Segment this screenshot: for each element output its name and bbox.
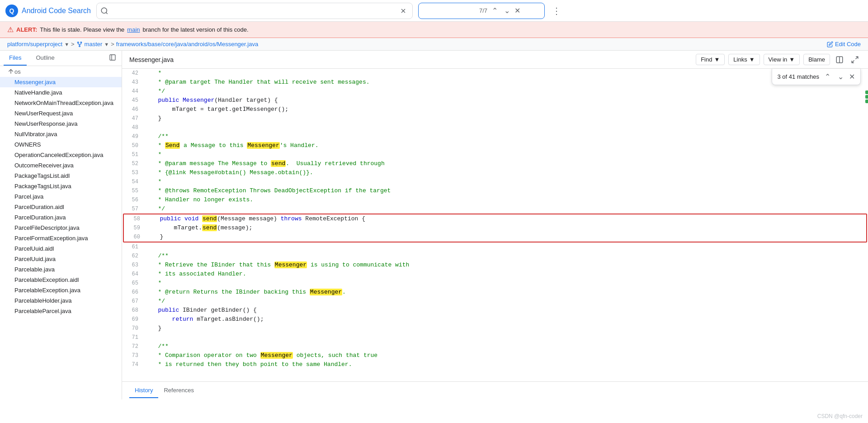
line-code-57: */	[144, 204, 868, 214]
sidebar-item-nullvibrator[interactable]: NullVibrator.java	[0, 129, 122, 139]
code-content[interactable]: 42 * 43 * @param target The Handler that…	[122, 69, 868, 381]
line-code-68: public IBinder getBinder() {	[144, 306, 868, 315]
code-line-68: 68 public IBinder getBinder() {	[122, 306, 868, 315]
fullscreen-button[interactable]	[849, 54, 861, 66]
sidebar-item-parcelableexception-java[interactable]: ParcelableException.java	[0, 285, 122, 295]
sidebar-item-packagetagslist-java[interactable]: PackageTagsList.java	[0, 181, 122, 191]
sidebar-item-operationcanceledexception[interactable]: OperationCanceledException.java	[0, 150, 122, 160]
blame-button[interactable]: Blame	[803, 54, 830, 65]
code-line-55: 55 * @throws RemoteException Throws Dead…	[122, 186, 868, 195]
line-number-47: 47	[122, 114, 144, 123]
breadcrumb-file[interactable]: frameworks/base/core/java/android/os/Mes…	[116, 41, 258, 48]
find-overlay-prev-button[interactable]: ⌃	[823, 71, 832, 82]
alert-text-bold: ALERT:	[16, 26, 37, 33]
sidebar-file-list: os Messenger.java NativeHandle.java Netw…	[0, 66, 122, 399]
sidebar-item-packagetagslist-aidl[interactable]: PackageTagsList.aidl	[0, 171, 122, 181]
sidebar-item-outcomereceiver[interactable]: OutcomeReceiver.java	[0, 160, 122, 171]
line-code-54: *	[144, 177, 868, 186]
svg-rect-4	[110, 55, 115, 60]
links-button[interactable]: Links ▼	[728, 54, 760, 65]
search-clear-button[interactable]	[398, 5, 409, 16]
code-line-49: 49 /**	[122, 132, 868, 141]
breadcrumb-file-label: frameworks/base/core/java/android/os/Mes…	[116, 41, 258, 48]
tab-files[interactable]: Files	[4, 51, 27, 66]
edit-code-button[interactable]: Edit Code	[827, 41, 861, 48]
split-view-button[interactable]	[834, 54, 845, 66]
line-code-58: public void send(Message message) throws…	[146, 214, 866, 223]
svg-line-10	[852, 60, 854, 62]
line-code-69: return mTarget.asBinder();	[144, 315, 868, 324]
line-number-54: 54	[122, 177, 144, 186]
tab-outline[interactable]: Outline	[30, 51, 60, 66]
sidebar-item-parcelduration-aidl[interactable]: ParcelDuration.aidl	[0, 202, 122, 212]
breadcrumb-platform[interactable]: platform/superproject ▼	[7, 41, 69, 48]
sidebar-toggle-button[interactable]	[107, 52, 118, 64]
sidebar-parent-os[interactable]: os	[0, 66, 122, 77]
alert-link[interactable]: main	[127, 26, 140, 33]
line-number-58: 58	[124, 214, 146, 223]
sidebar-item-parcelableholder[interactable]: ParcelableHolder.java	[0, 295, 122, 306]
line-number-44: 44	[122, 87, 144, 96]
code-line-73: 73 * Comparison operator on two Messenge…	[122, 351, 868, 360]
sidebar-item-newuserrequest[interactable]: NewUserRequest.java	[0, 108, 122, 119]
code-line-60: 60 }	[124, 233, 866, 242]
edit-code-label: Edit Code	[835, 41, 861, 48]
sidebar-item-parcel[interactable]: Parcel.java	[0, 191, 122, 202]
search-input[interactable]: Messenger	[111, 7, 395, 14]
code-line-71: 71	[122, 333, 868, 342]
find-button[interactable]: Find ▼	[696, 54, 725, 65]
code-line-65: 65 *	[122, 279, 868, 288]
find-overlay-next-button[interactable]: ⌄	[836, 71, 845, 82]
find-close-button[interactable]: ✕	[514, 6, 520, 15]
tab-references[interactable]: References	[158, 383, 199, 398]
sidebar-item-parceluuid-aidl[interactable]: ParcelUuid.aidl	[0, 243, 122, 254]
sidebar-item-parcelableparcel[interactable]: ParcelableParcel.java	[0, 306, 122, 316]
breadcrumb-sep-1: >	[71, 41, 75, 48]
line-number-46: 46	[122, 105, 144, 114]
code-line-62: 62 /**	[122, 252, 868, 261]
sidebar-item-parcelfiledescriptor[interactable]: ParcelFileDescriptor.java	[0, 223, 122, 233]
find-overlay-close-button[interactable]: ✕	[849, 72, 855, 81]
view-in-button[interactable]: View in ▼	[764, 54, 800, 65]
breadcrumb-master-label: master	[85, 41, 103, 48]
code-line-61: 61	[122, 242, 868, 252]
sidebar-item-messenger-java[interactable]: Messenger.java	[0, 77, 122, 87]
search-container: Messenger	[96, 3, 413, 19]
line-code-52: * @param message The Message to send. Us…	[144, 159, 868, 168]
line-code-46: mTarget = target.getIMessenger();	[144, 105, 868, 114]
sidebar-item-networkonmainthreadexception[interactable]: NetworkOnMainThreadException.java	[0, 98, 122, 108]
more-options-button[interactable]: ⋮	[550, 4, 563, 18]
line-code-43: * @param target The Handler that will re…	[144, 78, 868, 87]
tab-history[interactable]: History	[129, 383, 158, 398]
code-line-47: 47 }	[122, 114, 868, 123]
find-bar: send 7/7 ⌃ ⌄ ✕	[418, 3, 545, 19]
find-button-label: Find	[701, 56, 712, 63]
sidebar-item-parcelable[interactable]: Parcelable.java	[0, 264, 122, 275]
breadcrumb-master[interactable]: master ▼	[76, 41, 109, 48]
sidebar-item-parceluuid-java[interactable]: ParcelUuid.java	[0, 254, 122, 264]
sidebar-item-parcelableexception-aidl[interactable]: ParcelableException.aidl	[0, 275, 122, 285]
line-number-62: 62	[122, 252, 144, 261]
status-dot-3	[865, 100, 868, 103]
status-dot-1	[865, 90, 868, 94]
find-input[interactable]: send	[422, 7, 476, 14]
bottom-tabs: History References	[122, 381, 868, 399]
line-number-72: 72	[122, 342, 144, 351]
code-panel: Messenger.java Find ▼ Links ▼ View in ▼ …	[122, 51, 868, 399]
sidebar-item-parcelduration-java[interactable]: ParcelDuration.java	[0, 212, 122, 223]
line-code-55: * @throws RemoteException Throws DeadObj…	[144, 186, 868, 195]
blame-button-label: Blame	[808, 56, 825, 63]
sidebar-item-nativehandle[interactable]: NativeHandle.java	[0, 87, 122, 98]
find-next-button[interactable]: ⌄	[502, 5, 512, 16]
highlight-messenger-63: Messenger	[274, 261, 307, 268]
line-code-50: * Send a Message to this Messenger's Han…	[144, 141, 868, 150]
sidebar-item-parcelformatexception[interactable]: ParcelFormatException.java	[0, 233, 122, 243]
line-code-59: mTarget.send(message);	[146, 223, 866, 233]
sidebar-item-newuserresponse[interactable]: NewUserResponse.java	[0, 119, 122, 129]
line-code-48	[144, 123, 868, 132]
line-code-70: }	[144, 324, 868, 333]
find-prev-button[interactable]: ⌃	[490, 5, 500, 16]
line-number-70: 70	[122, 324, 144, 333]
sidebar-item-owners[interactable]: OWNERS	[0, 139, 122, 150]
alert-text: This file is stale. Please view the	[40, 26, 124, 33]
